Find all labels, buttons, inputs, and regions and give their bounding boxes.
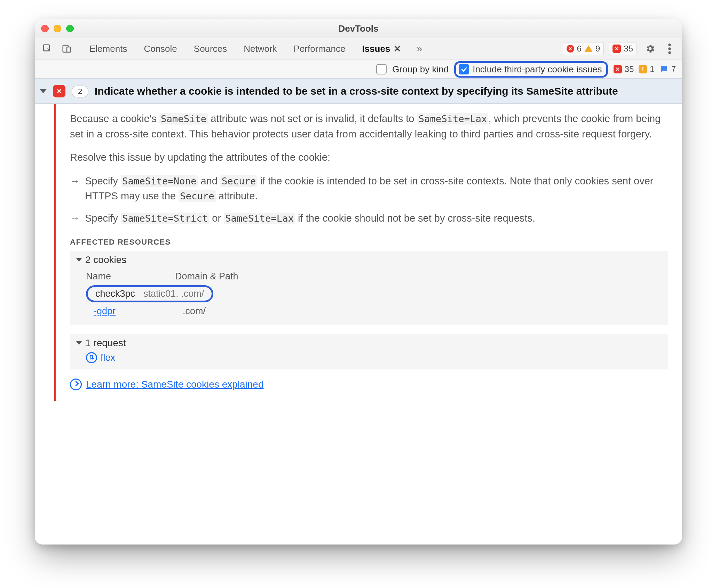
table-header-row: Name Domain & Path	[86, 269, 662, 284]
svg-rect-2	[67, 47, 71, 52]
issue-description-2: Resolve this issue by updating the attri…	[70, 150, 668, 165]
third-party-checkbox[interactable]	[459, 64, 469, 74]
code-secure: Secure	[220, 175, 257, 187]
error-count: 6	[577, 44, 582, 54]
affected-cookies-count: 2 cookies	[85, 254, 126, 265]
code-samesite-lax: SameSite=Lax	[417, 113, 489, 125]
issue-kind-counters: × 35 ! 1 7	[614, 64, 676, 74]
tab-sources[interactable]: Sources	[188, 38, 233, 59]
affected-requests-header[interactable]: 1 request	[76, 337, 662, 349]
tab-label: Console	[144, 43, 177, 54]
error-warning-counter[interactable]: × 6 9	[563, 42, 604, 55]
issue-title: Indicate whether a cookie is intended to…	[95, 84, 618, 98]
cookie-name: check3pc	[95, 288, 135, 299]
svg-point-5	[668, 51, 671, 54]
issues-counter[interactable]: × 35	[609, 42, 637, 55]
tab-console[interactable]: Console	[137, 38, 183, 59]
collapse-toggle-icon[interactable]	[76, 258, 82, 262]
more-tabs-icon[interactable]: »	[412, 41, 427, 56]
issue-body: Because a cookie's SameSite attribute wa…	[54, 104, 682, 401]
page-error-severity-icon: ×	[53, 85, 65, 97]
cookie-domain: static01. .com/	[143, 288, 204, 299]
third-party-label: Include third-party cookie issues	[473, 64, 602, 75]
cookie-domain: .com/	[183, 306, 206, 317]
tab-issues[interactable]: Issues ✕	[356, 38, 408, 59]
affected-cookies-header[interactable]: 2 cookies	[76, 254, 662, 265]
arrow-icon: →	[70, 211, 80, 226]
highlighted-cookie-row: check3pc static01. .com/	[86, 285, 213, 302]
code-samesite-strict: SameSite=Strict	[121, 213, 209, 224]
cookies-table: Name Domain & Path check3pc static01. .c…	[86, 269, 662, 319]
request-row[interactable]: ⇅ flex	[86, 352, 662, 363]
tab-performance[interactable]: Performance	[287, 38, 352, 59]
col-domain: Domain & Path	[175, 271, 238, 282]
group-by-kind-label: Group by kind	[392, 64, 449, 75]
counter-value: 7	[671, 64, 676, 74]
learn-more-row: Learn more: SameSite cookies explained	[70, 379, 668, 390]
group-by-kind-checkbox[interactable]	[376, 64, 387, 74]
tab-elements[interactable]: Elements	[83, 38, 133, 59]
arrow-icon: →	[70, 174, 80, 204]
close-tab-icon[interactable]: ✕	[394, 43, 401, 54]
counter-value: 1	[650, 64, 654, 74]
code-samesite: SameSite	[159, 113, 208, 125]
third-party-highlight: Include third-party cookie issues	[454, 61, 608, 78]
breaking-change-icon: !	[639, 65, 647, 73]
tab-label: Network	[244, 43, 277, 54]
settings-gear-icon[interactable]	[642, 41, 658, 56]
tab-label: Sources	[194, 43, 227, 54]
svg-point-4	[668, 47, 671, 50]
issue-description-1: Because a cookie's SameSite attribute wa…	[70, 111, 668, 142]
issue-header[interactable]: × 2 Indicate whether a cookie is intende…	[35, 78, 682, 104]
code-samesite-none: SameSite=None	[121, 175, 198, 187]
affected-resources-label: AFFECTED RESOURCES	[70, 238, 668, 247]
tab-network[interactable]: Network	[237, 38, 283, 59]
affected-cookies-block: 2 cookies Name Domain & Path check3pc st…	[70, 251, 668, 325]
code-secure2: Secure	[179, 190, 215, 202]
issues-count: 35	[624, 44, 633, 54]
minimize-window-button[interactable]	[54, 25, 61, 32]
svg-point-3	[668, 43, 671, 46]
separator	[79, 43, 79, 55]
issue-count-pill: 2	[72, 86, 88, 97]
inspect-element-icon[interactable]	[40, 41, 55, 56]
collapse-toggle-icon[interactable]	[40, 89, 47, 93]
tab-label: Performance	[294, 43, 346, 54]
network-request-icon: ⇅	[86, 352, 97, 363]
col-name: Name	[86, 271, 159, 282]
request-link[interactable]: flex	[101, 352, 115, 363]
tab-label: Issues	[362, 43, 390, 54]
issues-content: × 2 Indicate whether a cookie is intende…	[35, 78, 682, 545]
speech-bubble-icon	[659, 65, 669, 74]
issues-filter-bar: Group by kind Include third-party cookie…	[35, 59, 682, 79]
table-row[interactable]: -gdpr .com/	[86, 304, 662, 319]
improvement-counter[interactable]: 7	[659, 64, 676, 74]
issue-bullet-2: → Specify SameSite=Strict or SameSite=La…	[70, 211, 668, 226]
close-window-button[interactable]	[41, 25, 49, 32]
affected-requests-block: 1 request ⇅ flex	[70, 334, 668, 370]
kebab-menu-icon[interactable]	[662, 41, 677, 56]
page-error-counter[interactable]: × 35	[614, 64, 634, 74]
window-title: DevTools	[35, 23, 682, 34]
devtools-window: DevTools Elements Console Sources Networ…	[35, 19, 682, 545]
console-counters: × 6 9 × 35	[563, 42, 638, 55]
warning-icon	[584, 45, 593, 52]
breaking-change-counter[interactable]: ! 1	[639, 64, 654, 74]
page-error-icon: ×	[614, 65, 622, 73]
table-row[interactable]: check3pc static01. .com/	[86, 285, 662, 302]
learn-more-link[interactable]: Learn more: SameSite cookies explained	[86, 379, 264, 390]
cookie-name-link[interactable]: -gdpr	[94, 306, 167, 317]
window-traffic-lights	[41, 25, 74, 32]
code-samesite-lax2: SameSite=Lax	[224, 213, 295, 224]
window-titlebar: DevTools	[35, 19, 682, 38]
external-link-icon	[70, 379, 82, 390]
devtools-tabstrip: Elements Console Sources Network Perform…	[35, 38, 682, 59]
error-icon: ×	[567, 45, 574, 53]
issues-icon: ×	[613, 45, 621, 53]
affected-requests-count: 1 request	[85, 337, 126, 349]
zoom-window-button[interactable]	[66, 25, 74, 32]
device-toolbar-icon[interactable]	[59, 41, 74, 56]
counter-value: 35	[625, 64, 634, 74]
collapse-toggle-icon[interactable]	[76, 341, 82, 345]
issue-bullet-1: → Specify SameSite=None and Secure if th…	[70, 174, 668, 204]
